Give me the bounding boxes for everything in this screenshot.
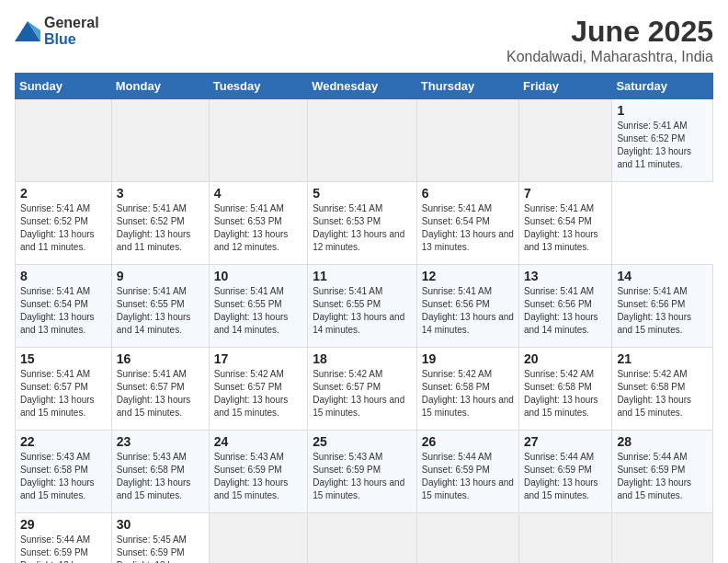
day-number: 10 (214, 269, 302, 283)
day-number: 1 (617, 103, 708, 118)
header-saturday: Saturday (612, 74, 713, 99)
day-info: Sunrise: 5:44 AMSunset: 6:59 PMDaylight:… (524, 451, 607, 502)
calendar-day (308, 513, 417, 564)
day-number: 14 (617, 269, 708, 283)
day-number: 2 (20, 186, 107, 201)
calendar-day: 22Sunrise: 5:43 AMSunset: 6:58 PMDayligh… (16, 431, 112, 513)
calendar-day: 17Sunrise: 5:42 AMSunset: 6:57 PMDayligh… (209, 348, 307, 431)
calendar-day: 1Sunrise: 5:41 AMSunset: 6:52 PMDaylight… (612, 99, 713, 182)
empty-cell (518, 99, 611, 182)
calendar-day: 29Sunrise: 5:44 AMSunset: 6:59 PMDayligh… (16, 513, 112, 564)
empty-cell (16, 99, 112, 182)
calendar-day: 21Sunrise: 5:42 AMSunset: 6:58 PMDayligh… (612, 348, 713, 431)
calendar-week-row: 1Sunrise: 5:41 AMSunset: 6:52 PMDaylight… (16, 99, 713, 182)
day-number: 30 (117, 517, 204, 532)
day-info: Sunrise: 5:41 AMSunset: 6:55 PMDaylight:… (117, 285, 204, 337)
calendar-day: 3Sunrise: 5:41 AMSunset: 6:52 PMDaylight… (111, 182, 209, 265)
calendar-day: 20Sunrise: 5:42 AMSunset: 6:58 PMDayligh… (518, 348, 611, 431)
day-number: 24 (214, 434, 302, 449)
header-wednesday: Wednesday (308, 74, 417, 99)
day-info: Sunrise: 5:45 AMSunset: 6:59 PMDaylight:… (117, 534, 204, 563)
logo-icon (15, 21, 40, 41)
day-number: 5 (313, 186, 412, 201)
day-info: Sunrise: 5:41 AMSunset: 6:56 PMDaylight:… (524, 285, 607, 337)
day-info: Sunrise: 5:42 AMSunset: 6:57 PMDaylight:… (214, 368, 302, 419)
day-info: Sunrise: 5:43 AMSunset: 6:58 PMDaylight:… (20, 451, 107, 502)
calendar-day: 2Sunrise: 5:41 AMSunset: 6:52 PMDaylight… (16, 182, 112, 265)
header-friday: Friday (518, 74, 611, 99)
calendar-day (416, 513, 518, 564)
day-info: Sunrise: 5:44 AMSunset: 6:59 PMDaylight:… (617, 451, 708, 502)
day-number: 29 (20, 517, 107, 532)
day-info: Sunrise: 5:41 AMSunset: 6:52 PMDaylight:… (20, 202, 107, 254)
calendar-day: 8Sunrise: 5:41 AMSunset: 6:54 PMDaylight… (16, 265, 112, 348)
day-number: 25 (313, 434, 412, 449)
calendar-day: 9Sunrise: 5:41 AMSunset: 6:55 PMDaylight… (111, 265, 209, 348)
calendar-week-row: 22Sunrise: 5:43 AMSunset: 6:58 PMDayligh… (16, 431, 713, 513)
day-info: Sunrise: 5:41 AMSunset: 6:57 PMDaylight:… (20, 368, 107, 419)
day-number: 15 (20, 351, 107, 366)
day-number: 28 (617, 434, 708, 449)
day-info: Sunrise: 5:41 AMSunset: 6:52 PMDaylight:… (117, 202, 204, 254)
calendar-day: 4Sunrise: 5:41 AMSunset: 6:53 PMDaylight… (209, 182, 307, 265)
day-info: Sunrise: 5:42 AMSunset: 6:57 PMDaylight:… (313, 368, 412, 419)
calendar-subtitle: Kondalwadi, Maharashtra, India (506, 49, 713, 65)
day-number: 13 (524, 269, 607, 283)
title-area: June 2025 Kondalwadi, Maharashtra, India (506, 15, 713, 65)
day-info: Sunrise: 5:42 AMSunset: 6:58 PMDaylight:… (524, 368, 607, 419)
empty-cell (111, 99, 209, 182)
calendar-day (612, 513, 713, 564)
header-sunday: Sunday (16, 74, 112, 99)
day-number: 19 (422, 351, 514, 366)
day-info: Sunrise: 5:41 AMSunset: 6:53 PMDaylight:… (313, 202, 412, 254)
day-number: 21 (617, 351, 708, 366)
calendar-day: 24Sunrise: 5:43 AMSunset: 6:59 PMDayligh… (209, 431, 307, 513)
day-info: Sunrise: 5:41 AMSunset: 6:55 PMDaylight:… (214, 285, 302, 337)
calendar-day: 28Sunrise: 5:44 AMSunset: 6:59 PMDayligh… (612, 431, 713, 513)
calendar-day: 12Sunrise: 5:41 AMSunset: 6:56 PMDayligh… (416, 265, 518, 348)
calendar-day: 18Sunrise: 5:42 AMSunset: 6:57 PMDayligh… (308, 348, 417, 431)
empty-cell (209, 99, 307, 182)
logo: General Blue (15, 15, 99, 48)
calendar-header-row: Sunday Monday Tuesday Wednesday Thursday… (16, 74, 713, 99)
day-info: Sunrise: 5:44 AMSunset: 6:59 PMDaylight:… (20, 534, 107, 563)
calendar-day: 6Sunrise: 5:41 AMSunset: 6:54 PMDaylight… (416, 182, 518, 265)
logo-general: General (44, 15, 99, 30)
calendar-title: June 2025 (506, 15, 713, 49)
day-number: 12 (422, 269, 514, 283)
header-monday: Monday (111, 74, 209, 99)
header-thursday: Thursday (416, 74, 518, 99)
day-info: Sunrise: 5:41 AMSunset: 6:53 PMDaylight:… (214, 202, 302, 254)
day-number: 4 (214, 186, 302, 201)
calendar-day (209, 513, 307, 564)
calendar-day: 7Sunrise: 5:41 AMSunset: 6:54 PMDaylight… (518, 182, 611, 265)
header: General Blue June 2025 Kondalwadi, Mahar… (15, 15, 713, 65)
calendar-week-row: 2Sunrise: 5:41 AMSunset: 6:52 PMDaylight… (16, 182, 713, 265)
calendar-day (518, 513, 611, 564)
day-info: Sunrise: 5:42 AMSunset: 6:58 PMDaylight:… (617, 368, 708, 419)
day-info: Sunrise: 5:41 AMSunset: 6:54 PMDaylight:… (422, 202, 514, 254)
day-info: Sunrise: 5:42 AMSunset: 6:58 PMDaylight:… (422, 368, 514, 419)
calendar-day: 10Sunrise: 5:41 AMSunset: 6:55 PMDayligh… (209, 265, 307, 348)
calendar-week-row: 29Sunrise: 5:44 AMSunset: 6:59 PMDayligh… (16, 513, 713, 564)
day-info: Sunrise: 5:41 AMSunset: 6:55 PMDaylight:… (313, 285, 412, 337)
day-info: Sunrise: 5:41 AMSunset: 6:56 PMDaylight:… (617, 285, 708, 337)
day-number: 7 (524, 186, 607, 201)
calendar-day: 26Sunrise: 5:44 AMSunset: 6:59 PMDayligh… (416, 431, 518, 513)
day-info: Sunrise: 5:41 AMSunset: 6:54 PMDaylight:… (20, 285, 107, 337)
calendar-day: 13Sunrise: 5:41 AMSunset: 6:56 PMDayligh… (518, 265, 611, 348)
day-info: Sunrise: 5:41 AMSunset: 6:57 PMDaylight:… (117, 368, 204, 419)
day-number: 3 (117, 186, 204, 201)
day-number: 18 (313, 351, 412, 366)
calendar-day: 27Sunrise: 5:44 AMSunset: 6:59 PMDayligh… (518, 431, 611, 513)
calendar-day: 15Sunrise: 5:41 AMSunset: 6:57 PMDayligh… (16, 348, 112, 431)
day-number: 23 (117, 434, 204, 449)
day-number: 22 (20, 434, 107, 449)
day-info: Sunrise: 5:43 AMSunset: 6:58 PMDaylight:… (117, 451, 204, 502)
calendar-week-row: 15Sunrise: 5:41 AMSunset: 6:57 PMDayligh… (16, 348, 713, 431)
day-info: Sunrise: 5:44 AMSunset: 6:59 PMDaylight:… (422, 451, 514, 502)
header-tuesday: Tuesday (209, 74, 307, 99)
day-number: 8 (20, 269, 107, 283)
calendar-week-row: 8Sunrise: 5:41 AMSunset: 6:54 PMDaylight… (16, 265, 713, 348)
day-number: 9 (117, 269, 204, 283)
